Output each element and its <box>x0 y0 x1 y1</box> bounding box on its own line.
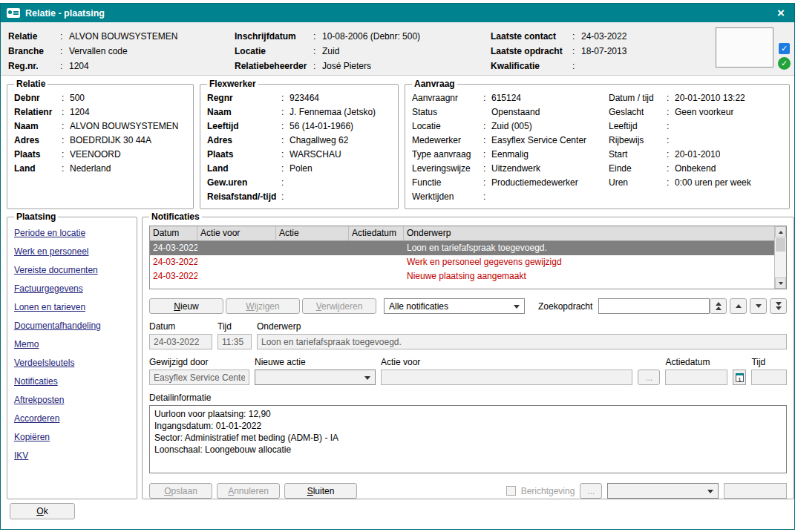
scrollbar-thumb[interactable] <box>776 238 785 252</box>
verwijderen-button: Verwijderen <box>302 298 376 314</box>
content-area: Relatie Debnr:500 Relatienr:1204 Naam:AL… <box>1 76 794 529</box>
table-header-cell[interactable]: Datum <box>150 226 197 240</box>
table-header: DatumActie voorActieActiedatumOnderwerp <box>150 226 774 241</box>
notificaties-legend: Notificaties <box>149 211 202 222</box>
header-field: Laatste opdracht:18-07-2013 <box>491 44 710 59</box>
last-record-icon[interactable] <box>770 298 787 314</box>
plaatsing-menu-item[interactable]: Notificaties <box>14 372 130 391</box>
tijd-label: Tijd <box>217 321 252 332</box>
plaatsing-menu-item[interactable]: Documentafhandeling <box>14 317 130 335</box>
field-row: Aanvraagnr:615124 <box>412 91 609 105</box>
actiedatum-input <box>665 370 727 385</box>
header-field: Locatie:Zuid <box>235 44 483 59</box>
plaatsing-menu-item[interactable]: Memo <box>14 335 130 354</box>
plaatsing-menu-item[interactable]: Factuurgegevens <box>14 280 130 298</box>
titlebar: Relatie - plaatsing × <box>1 4 794 22</box>
status-ok-icon: ✓ <box>778 57 791 70</box>
nieuw-button[interactable]: Nieuw <box>149 298 223 314</box>
plaatsing-menu-item[interactable]: Periode en locatie <box>14 224 130 243</box>
annuleren-button: Annuleren <box>217 483 280 499</box>
notificaties-toolbar: Nieuw Wijzigen Verwijderen Alle notifica… <box>149 298 787 314</box>
tijd-input <box>217 334 252 349</box>
gewijzigd-door-label: Gewijzigd door <box>149 357 249 367</box>
table-row[interactable]: 24-03-2022 Nieuwe plaatsing aangemaakt <box>150 269 774 283</box>
table-row[interactable]: 24-03-2022 Loon en tariefafspraak toegev… <box>150 241 774 255</box>
zoekopdracht-label: Zoekopdracht <box>538 301 592 312</box>
header-summary: Relatie:ALVON BOUWSYSTEMEN Branche:Verva… <box>1 22 794 76</box>
detailinformatie-box[interactable]: Uurloon voor plaatsing: 12,90Ingangsdatu… <box>149 405 787 473</box>
header-col-inschrijving: Inschrijfdatum:10-08-2006 (Debnr: 500) L… <box>235 29 483 73</box>
field-row: Werktijden: <box>412 190 609 204</box>
detail-line: Sector: Administratief met beding (ADM-B… <box>154 432 782 444</box>
opslaan-button: Opslaan <box>149 483 212 499</box>
field-row: Regnr:923464 <box>207 91 391 105</box>
calendar-icon[interactable]: 1 <box>733 370 746 385</box>
header-field: Kwalificatie: <box>491 59 710 73</box>
table-row[interactable]: 24-03-2022 Werk en personeel gegevens ge… <box>150 255 774 269</box>
first-record-icon[interactable] <box>710 298 727 314</box>
aanvraag-fields-right: Datum / tijd:20-01-2010 13:22 Geslacht:G… <box>609 91 782 204</box>
form-inputs-row1 <box>149 334 787 349</box>
actiedatum-label: Actiedatum <box>665 357 727 367</box>
scroll-down-icon[interactable] <box>775 278 786 289</box>
table-header-cell[interactable]: Onderwerp <box>404 226 774 240</box>
wijzigen-button: Wijzigen <box>226 298 300 314</box>
zoekopdracht-input[interactable] <box>598 298 710 314</box>
detail-line: Ingangsdatum: 01-01-2022 <box>154 420 782 432</box>
field-row: Geslacht:Geen voorkeur <box>609 105 782 119</box>
photo-placeholder <box>716 27 773 68</box>
field-row: Start:20-01-2010 <box>609 148 782 162</box>
nieuwe-actie-select[interactable] <box>255 370 376 385</box>
nieuwe-actie-label: Nieuwe actie <box>255 357 376 367</box>
header-field: Relatiebeheerder:José Pieters <box>235 59 483 73</box>
table-header-cell[interactable]: Actiedatum <box>349 226 404 240</box>
plaatsing-menu-item[interactable]: Kopiëren <box>14 428 130 447</box>
form-labels-row2: Gewijzigd door Nieuwe actie Actie voor A… <box>149 357 787 367</box>
aanvraag-fields-left: Aanvraagnr:615124 StatusOpenstaand Locat… <box>412 91 609 204</box>
plaatsing-menu-item[interactable]: Vereiste documenten <box>14 261 130 280</box>
plaatsing-groupbox: Plaatsing Periode en locatie Werk en per… <box>7 211 137 499</box>
close-icon[interactable]: × <box>771 4 791 22</box>
detail-line: Uurloon voor plaatsing: 12,90 <box>154 408 782 420</box>
table-header-cell[interactable]: Actie voor <box>197 226 276 240</box>
table-header-cell[interactable]: Actie <box>276 226 349 240</box>
field-row: Leeftijd:56 (14-01-1966) <box>207 119 391 134</box>
notificatie-filter-select[interactable]: Alle notificaties <box>384 298 525 314</box>
plaatsing-menu-item[interactable]: Aftrekposten <box>14 391 130 410</box>
field-row: Plaats:WARSCHAU <box>207 148 391 162</box>
berichtgeving-select[interactable] <box>607 483 719 499</box>
prev-record-icon[interactable] <box>730 298 747 314</box>
plaatsing-menu-item[interactable]: Werk en personeel <box>14 243 130 261</box>
flexwerker-groupbox: Flexwerker Regnr:923464 Naam:J. Fennemaa… <box>200 79 399 209</box>
field-row: Land:Polen <box>207 162 391 176</box>
flexwerker-fields: Regnr:923464 Naam:J. Fennemaa (Jetsko) L… <box>207 91 391 204</box>
field-row: Einde:Onbekend <box>609 162 782 176</box>
header-col-relatie: Relatie:ALVON BOUWSYSTEMEN Branche:Verva… <box>8 29 227 73</box>
header-field: Laatste contact:24-03-2022 <box>491 29 710 44</box>
detail-line: Loonschaal: Loongebouw allocatie <box>154 444 782 456</box>
field-row: Naam:ALVON BOUWSYSTEMEN <box>14 119 186 134</box>
plaatsing-menu-item[interactable]: Lonen en tarieven <box>14 298 130 317</box>
window-title: Relatie - plaatsing <box>25 8 771 19</box>
plaatsing-menu-item[interactable]: IKV <box>14 447 130 465</box>
plaatsing-menu-item[interactable]: Verdeelsleutels <box>14 354 130 372</box>
sluiten-button[interactable]: Sluiten <box>284 483 357 499</box>
relatie-plaatsing-window: Relatie - plaatsing × Relatie:ALVON BOUW… <box>0 3 795 530</box>
field-row: Datum / tijd:20-01-2010 13:22 <box>609 91 782 105</box>
onderwerp-input <box>257 334 787 349</box>
plaatsing-legend: Plaatsing <box>14 211 58 222</box>
table-scrollbar[interactable] <box>774 226 786 289</box>
header-field: Reg.nr.:1204 <box>8 59 227 73</box>
next-record-icon[interactable] <box>750 298 767 314</box>
table-body: 24-03-2022 Loon en tariefafspraak toegev… <box>150 241 774 283</box>
datum-input <box>149 334 212 349</box>
field-row: Functie:Productiemedewerker <box>412 176 609 190</box>
plaatsing-menu-item[interactable]: Accorderen <box>14 410 130 428</box>
field-row: Relatienr:1204 <box>14 105 186 119</box>
ok-button[interactable]: Ok <box>10 503 75 519</box>
field-row: Uren:0:00 uren per week <box>609 176 782 190</box>
onderwerp-label: Onderwerp <box>257 321 787 332</box>
field-row: Gew.uren: <box>207 176 391 190</box>
scroll-up-icon[interactable] <box>775 226 786 237</box>
flag-checkbox-checked[interactable]: ✓ <box>779 43 790 54</box>
